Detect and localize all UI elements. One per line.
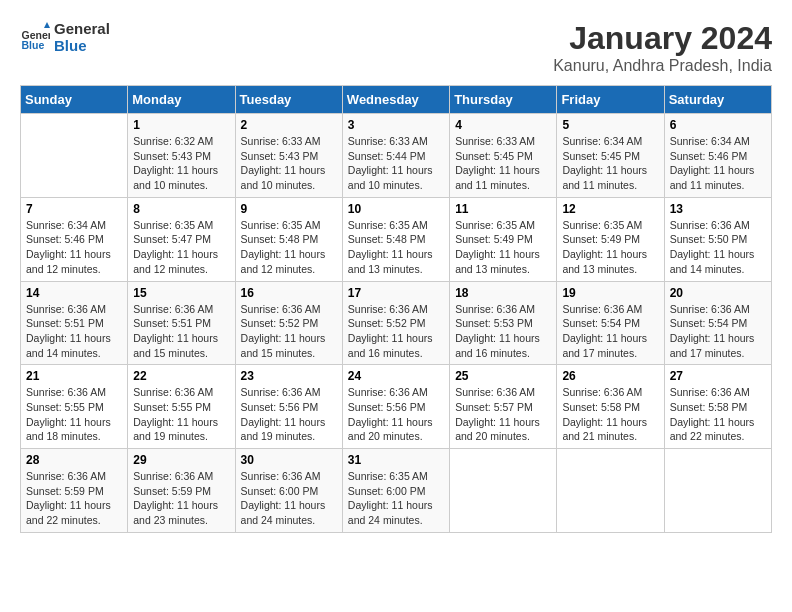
calendar-cell: 19Sunrise: 6:36 AMSunset: 5:54 PMDayligh… bbox=[557, 281, 664, 365]
day-number: 25 bbox=[455, 369, 551, 383]
calendar-cell: 27Sunrise: 6:36 AMSunset: 5:58 PMDayligh… bbox=[664, 365, 771, 449]
day-number: 8 bbox=[133, 202, 229, 216]
calendar-cell: 21Sunrise: 6:36 AMSunset: 5:55 PMDayligh… bbox=[21, 365, 128, 449]
day-number: 9 bbox=[241, 202, 337, 216]
day-number: 1 bbox=[133, 118, 229, 132]
calendar-cell: 10Sunrise: 6:35 AMSunset: 5:48 PMDayligh… bbox=[342, 197, 449, 281]
calendar-cell: 1Sunrise: 6:32 AMSunset: 5:43 PMDaylight… bbox=[128, 114, 235, 198]
day-number: 20 bbox=[670, 286, 766, 300]
day-info: Sunrise: 6:35 AMSunset: 5:48 PMDaylight:… bbox=[348, 218, 444, 277]
day-number: 21 bbox=[26, 369, 122, 383]
day-info: Sunrise: 6:36 AMSunset: 5:57 PMDaylight:… bbox=[455, 385, 551, 444]
calendar-cell bbox=[664, 449, 771, 533]
calendar-cell bbox=[450, 449, 557, 533]
calendar-cell: 15Sunrise: 6:36 AMSunset: 5:51 PMDayligh… bbox=[128, 281, 235, 365]
day-number: 22 bbox=[133, 369, 229, 383]
day-number: 12 bbox=[562, 202, 658, 216]
svg-marker-2 bbox=[44, 22, 50, 28]
week-row-2: 7Sunrise: 6:34 AMSunset: 5:46 PMDaylight… bbox=[21, 197, 772, 281]
day-info: Sunrise: 6:36 AMSunset: 5:56 PMDaylight:… bbox=[348, 385, 444, 444]
calendar-cell: 11Sunrise: 6:35 AMSunset: 5:49 PMDayligh… bbox=[450, 197, 557, 281]
day-info: Sunrise: 6:36 AMSunset: 5:51 PMDaylight:… bbox=[133, 302, 229, 361]
calendar-cell: 12Sunrise: 6:35 AMSunset: 5:49 PMDayligh… bbox=[557, 197, 664, 281]
day-info: Sunrise: 6:36 AMSunset: 5:55 PMDaylight:… bbox=[26, 385, 122, 444]
calendar-cell: 8Sunrise: 6:35 AMSunset: 5:47 PMDaylight… bbox=[128, 197, 235, 281]
calendar-cell: 31Sunrise: 6:35 AMSunset: 6:00 PMDayligh… bbox=[342, 449, 449, 533]
header-cell-saturday: Saturday bbox=[664, 86, 771, 114]
day-number: 16 bbox=[241, 286, 337, 300]
calendar-cell: 25Sunrise: 6:36 AMSunset: 5:57 PMDayligh… bbox=[450, 365, 557, 449]
calendar-cell: 6Sunrise: 6:34 AMSunset: 5:46 PMDaylight… bbox=[664, 114, 771, 198]
calendar-cell: 7Sunrise: 6:34 AMSunset: 5:46 PMDaylight… bbox=[21, 197, 128, 281]
day-number: 15 bbox=[133, 286, 229, 300]
day-info: Sunrise: 6:36 AMSunset: 5:58 PMDaylight:… bbox=[562, 385, 658, 444]
calendar-table: SundayMondayTuesdayWednesdayThursdayFrid… bbox=[20, 85, 772, 533]
day-info: Sunrise: 6:36 AMSunset: 5:54 PMDaylight:… bbox=[670, 302, 766, 361]
calendar-cell: 26Sunrise: 6:36 AMSunset: 5:58 PMDayligh… bbox=[557, 365, 664, 449]
day-info: Sunrise: 6:36 AMSunset: 5:58 PMDaylight:… bbox=[670, 385, 766, 444]
day-info: Sunrise: 6:36 AMSunset: 5:52 PMDaylight:… bbox=[348, 302, 444, 361]
header-cell-thursday: Thursday bbox=[450, 86, 557, 114]
calendar-cell bbox=[21, 114, 128, 198]
calendar-cell: 16Sunrise: 6:36 AMSunset: 5:52 PMDayligh… bbox=[235, 281, 342, 365]
header-cell-wednesday: Wednesday bbox=[342, 86, 449, 114]
week-row-1: 1Sunrise: 6:32 AMSunset: 5:43 PMDaylight… bbox=[21, 114, 772, 198]
day-info: Sunrise: 6:36 AMSunset: 5:50 PMDaylight:… bbox=[670, 218, 766, 277]
day-info: Sunrise: 6:36 AMSunset: 5:59 PMDaylight:… bbox=[26, 469, 122, 528]
calendar-cell: 22Sunrise: 6:36 AMSunset: 5:55 PMDayligh… bbox=[128, 365, 235, 449]
header-row: SundayMondayTuesdayWednesdayThursdayFrid… bbox=[21, 86, 772, 114]
logo-icon: General Blue bbox=[20, 22, 50, 52]
day-number: 17 bbox=[348, 286, 444, 300]
logo-line2: Blue bbox=[54, 37, 110, 54]
day-number: 26 bbox=[562, 369, 658, 383]
day-number: 27 bbox=[670, 369, 766, 383]
day-info: Sunrise: 6:32 AMSunset: 5:43 PMDaylight:… bbox=[133, 134, 229, 193]
calendar-cell: 29Sunrise: 6:36 AMSunset: 5:59 PMDayligh… bbox=[128, 449, 235, 533]
day-info: Sunrise: 6:36 AMSunset: 5:52 PMDaylight:… bbox=[241, 302, 337, 361]
day-number: 11 bbox=[455, 202, 551, 216]
day-number: 19 bbox=[562, 286, 658, 300]
day-info: Sunrise: 6:33 AMSunset: 5:43 PMDaylight:… bbox=[241, 134, 337, 193]
header-cell-tuesday: Tuesday bbox=[235, 86, 342, 114]
calendar-cell: 3Sunrise: 6:33 AMSunset: 5:44 PMDaylight… bbox=[342, 114, 449, 198]
calendar-cell: 18Sunrise: 6:36 AMSunset: 5:53 PMDayligh… bbox=[450, 281, 557, 365]
logo-line1: General bbox=[54, 20, 110, 37]
calendar-cell: 23Sunrise: 6:36 AMSunset: 5:56 PMDayligh… bbox=[235, 365, 342, 449]
calendar-cell bbox=[557, 449, 664, 533]
day-number: 29 bbox=[133, 453, 229, 467]
day-number: 3 bbox=[348, 118, 444, 132]
day-number: 18 bbox=[455, 286, 551, 300]
day-info: Sunrise: 6:33 AMSunset: 5:45 PMDaylight:… bbox=[455, 134, 551, 193]
week-row-5: 28Sunrise: 6:36 AMSunset: 5:59 PMDayligh… bbox=[21, 449, 772, 533]
day-number: 6 bbox=[670, 118, 766, 132]
calendar-cell: 28Sunrise: 6:36 AMSunset: 5:59 PMDayligh… bbox=[21, 449, 128, 533]
day-info: Sunrise: 6:35 AMSunset: 5:48 PMDaylight:… bbox=[241, 218, 337, 277]
calendar-cell: 9Sunrise: 6:35 AMSunset: 5:48 PMDaylight… bbox=[235, 197, 342, 281]
calendar-cell: 5Sunrise: 6:34 AMSunset: 5:45 PMDaylight… bbox=[557, 114, 664, 198]
calendar-cell: 2Sunrise: 6:33 AMSunset: 5:43 PMDaylight… bbox=[235, 114, 342, 198]
day-info: Sunrise: 6:34 AMSunset: 5:46 PMDaylight:… bbox=[26, 218, 122, 277]
day-info: Sunrise: 6:35 AMSunset: 5:49 PMDaylight:… bbox=[562, 218, 658, 277]
day-number: 7 bbox=[26, 202, 122, 216]
header-cell-friday: Friday bbox=[557, 86, 664, 114]
page-header: General Blue General Blue January 2024 K… bbox=[20, 20, 772, 75]
day-number: 5 bbox=[562, 118, 658, 132]
calendar-cell: 30Sunrise: 6:36 AMSunset: 6:00 PMDayligh… bbox=[235, 449, 342, 533]
title-area: January 2024 Kanuru, Andhra Pradesh, Ind… bbox=[553, 20, 772, 75]
day-number: 10 bbox=[348, 202, 444, 216]
day-info: Sunrise: 6:36 AMSunset: 6:00 PMDaylight:… bbox=[241, 469, 337, 528]
day-info: Sunrise: 6:35 AMSunset: 5:47 PMDaylight:… bbox=[133, 218, 229, 277]
day-info: Sunrise: 6:33 AMSunset: 5:44 PMDaylight:… bbox=[348, 134, 444, 193]
day-info: Sunrise: 6:35 AMSunset: 6:00 PMDaylight:… bbox=[348, 469, 444, 528]
day-number: 23 bbox=[241, 369, 337, 383]
day-info: Sunrise: 6:34 AMSunset: 5:45 PMDaylight:… bbox=[562, 134, 658, 193]
day-info: Sunrise: 6:36 AMSunset: 5:55 PMDaylight:… bbox=[133, 385, 229, 444]
calendar-title: January 2024 bbox=[553, 20, 772, 57]
calendar-cell: 13Sunrise: 6:36 AMSunset: 5:50 PMDayligh… bbox=[664, 197, 771, 281]
week-row-4: 21Sunrise: 6:36 AMSunset: 5:55 PMDayligh… bbox=[21, 365, 772, 449]
day-info: Sunrise: 6:36 AMSunset: 5:54 PMDaylight:… bbox=[562, 302, 658, 361]
header-cell-sunday: Sunday bbox=[21, 86, 128, 114]
day-number: 24 bbox=[348, 369, 444, 383]
calendar-cell: 24Sunrise: 6:36 AMSunset: 5:56 PMDayligh… bbox=[342, 365, 449, 449]
logo: General Blue General Blue bbox=[20, 20, 110, 54]
